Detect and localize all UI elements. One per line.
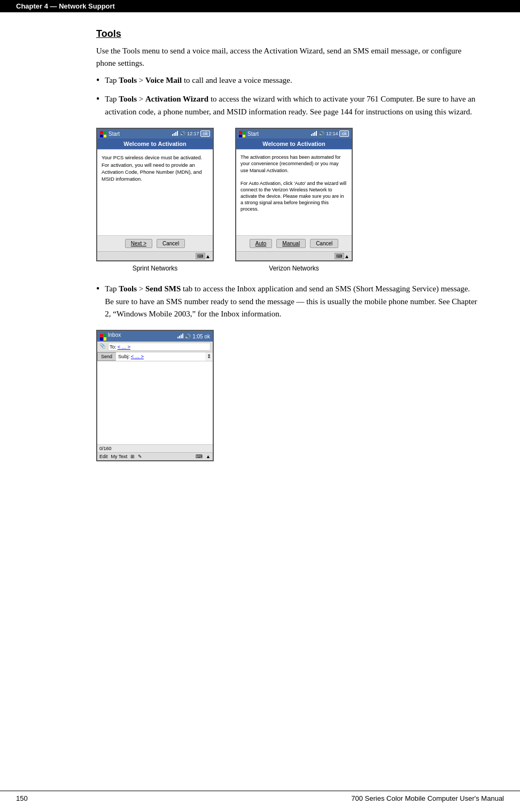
sprint-signal-icon (172, 130, 178, 137)
main-content: Tools Use the Tools menu to send a voice… (0, 12, 520, 497)
bullet1-text: Tap Tools > Voice Mail to call and leave… (105, 74, 477, 87)
bullet1-bold2: Voice Mail (145, 76, 182, 84)
bullet2-prefix: Tap (105, 95, 119, 103)
inbox-speaker-icon: 🔊 (184, 334, 191, 339)
verizon-signal-icon (311, 130, 317, 137)
inbox-mytext-btn[interactable]: My Text (111, 454, 128, 459)
verizon-scroll-icon: ▲ (344, 253, 350, 259)
inbox-keyboard-icon: ⌨ (196, 454, 203, 459)
inbox-screenshot-group: Inbox 🔊 1:05 ok 📎 To: < ... > (96, 330, 214, 461)
bullet-symbol-3: • (96, 284, 99, 293)
sprint-footer: ⌨ ▲ (97, 251, 213, 260)
inbox-win-flag-icon (100, 334, 106, 341)
bullet2-sep1: > (137, 95, 145, 103)
inbox-ok-button[interactable]: ok (204, 334, 210, 339)
bullet3-bold2: Send SMS (145, 284, 181, 293)
bullet2-bold1: Tools (119, 95, 137, 103)
bullet2-bold2: Activation Wizard (145, 95, 208, 103)
verizon-title-bar: Welcome to Activation (236, 138, 352, 150)
intro-paragraph: Use the Tools menu to send a voice mail,… (96, 45, 477, 69)
book-title: 700 Series Color Mobile Computer User's … (351, 794, 504, 802)
verizon-taskbar-right: 🔊 12:14 ok (311, 130, 349, 137)
verizon-manual-button[interactable]: Manual (276, 239, 306, 248)
inbox-to-label: To: (110, 344, 117, 350)
sprint-speaker-icon: 🔊 (180, 131, 185, 136)
inbox-taskbar-left: Inbox (100, 332, 121, 341)
sprint-ok-button[interactable]: ok (200, 130, 210, 137)
inbox-body[interactable] (97, 361, 213, 444)
chapter-title: Chapter 4 — Network Support (16, 2, 115, 10)
verizon-speaker-icon: 🔊 (319, 131, 324, 136)
inbox-scroll-up-icon: ▲ (206, 454, 211, 459)
sprint-taskbar: Start 🔊 12:17 ok (97, 129, 213, 139)
verizon-win-logo (239, 130, 245, 138)
inbox-taskbar-app: Inbox (108, 332, 121, 338)
chapter-header: Chapter 4 — Network Support (0, 0, 520, 12)
sprint-keyboard-icon: ⌨ (196, 253, 205, 259)
inbox-footer: Edit My Text ⊞ ✎ ⌨ ▲ (97, 452, 213, 460)
bullet-symbol-2: • (96, 94, 99, 104)
sprint-body-text: Your PCS wireless device must be activat… (102, 154, 202, 182)
sprint-taskbar-right: 🔊 12:17 ok (172, 130, 210, 137)
sprint-win-logo (100, 130, 106, 138)
sprint-cancel-button[interactable]: Cancel (157, 239, 185, 248)
bullet3-sep1: > (137, 284, 145, 293)
sprint-body: Your PCS wireless device must be activat… (97, 150, 213, 235)
verizon-taskbar-app: Start (247, 131, 259, 137)
inbox-to-value: < ... > (118, 344, 130, 350)
inbox-subj-value: < ... > (131, 353, 144, 359)
verizon-buttons: Auto Manual Cancel (236, 235, 352, 251)
inbox-signal-icon (177, 333, 183, 338)
bullet1-suffix: to call and leave a voice message. (182, 76, 292, 84)
verizon-taskbar-left: Start (239, 130, 259, 138)
verizon-win-flag-icon (239, 131, 245, 137)
sprint-buttons: Next > Cancel (97, 235, 213, 251)
inbox-expand-icon: ⇕ (205, 352, 213, 361)
inbox-send-subj-row: Send Subj: < ... > ⇕ (97, 352, 213, 361)
inbox-taskbar: Inbox 🔊 1:05 ok (97, 331, 213, 342)
page-footer: 150 700 Series Color Mobile Computer Use… (0, 791, 520, 802)
inbox-table-icon: ⊞ (130, 454, 135, 459)
section-title: Tools (96, 28, 477, 40)
win-flag-icon (100, 131, 106, 137)
verizon-footer: ⌨ ▲ (236, 251, 352, 260)
verizon-auto-button[interactable]: Auto (250, 239, 273, 248)
inbox-attach-icon: 📎 (99, 343, 106, 351)
bullet2-text: Tap Tools > Activation Wizard to access … (105, 93, 477, 118)
inbox-phone-screen: Inbox 🔊 1:05 ok 📎 To: < ... > (96, 330, 214, 461)
verizon-phone-screen: Start 🔊 12:14 ok Welcome to Activation (235, 128, 353, 262)
sprint-next-button[interactable]: Next > (125, 239, 152, 248)
verizon-ok-button[interactable]: ok (339, 130, 349, 137)
bullet3-bold1: Tools (119, 284, 137, 293)
inbox-subj-label: Subj: (118, 353, 130, 359)
sprint-phone-screen: Start 🔊 12:17 ok Welcome to Activation (96, 128, 214, 262)
sprint-taskbar-app: Start (108, 131, 120, 137)
verizon-time: 12:14 (326, 131, 338, 136)
sprint-taskbar-left: Start (100, 130, 120, 138)
bullet-symbol: • (96, 75, 99, 85)
verizon-caption: Verizon Networks (269, 265, 319, 272)
bullet1-prefix: Tap (105, 76, 119, 84)
inbox-screenshots-row: Inbox 🔊 1:05 ok 📎 To: < ... > (96, 330, 477, 461)
inbox-edit-icon2: ✎ (138, 454, 142, 459)
list-item-activation: • Tap Tools > Activation Wizard to acces… (96, 93, 477, 118)
list-item-voicemail: • Tap Tools > Voice Mail to call and lea… (96, 74, 477, 87)
page-number: 150 (16, 794, 28, 802)
inbox-send-button[interactable]: Send (97, 352, 116, 361)
sprint-time: 12:17 (187, 131, 199, 136)
bullet1-bold1: Tools (119, 76, 137, 84)
bullet-list-sms: • Tap Tools > Send SMS tab to access the… (96, 283, 477, 320)
verizon-keyboard-icon: ⌨ (335, 253, 344, 259)
screenshots-row: Start 🔊 12:17 ok Welcome to Activation (96, 128, 477, 273)
bullet-list: • Tap Tools > Voice Mail to call and lea… (96, 74, 477, 118)
inbox-time: 1:05 (192, 334, 203, 339)
inbox-edit-btn[interactable]: Edit (99, 454, 108, 459)
inbox-char-count: 0/160 (97, 444, 213, 452)
verizon-cancel-button[interactable]: Cancel (310, 239, 338, 248)
verizon-taskbar: Start 🔊 12:14 ok (236, 129, 352, 139)
inbox-to-row: To: < ... > (108, 343, 211, 351)
bullet1-sep1: > (137, 76, 145, 84)
verizon-body: The activation process has been automate… (236, 150, 352, 235)
sprint-caption: Sprint Networks (133, 265, 178, 272)
verizon-body-text: The activation process has been automate… (240, 154, 346, 212)
